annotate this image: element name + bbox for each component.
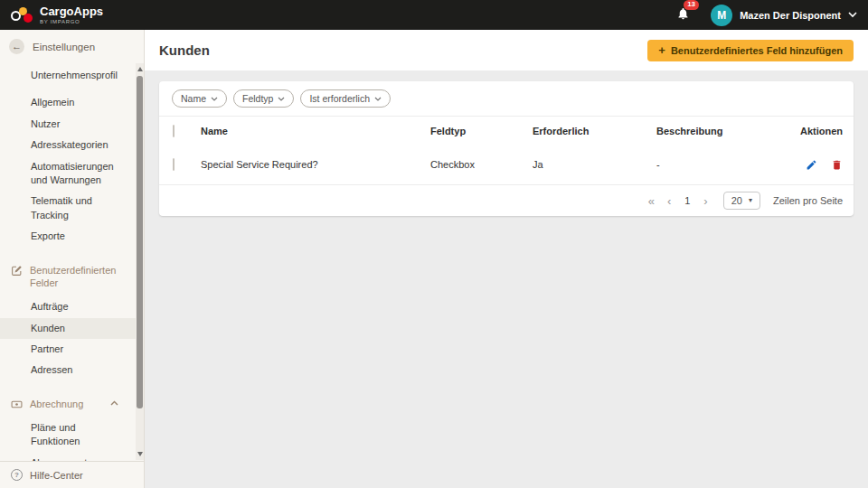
filter-chip-feldtyp[interactable]: Feldtyp xyxy=(233,89,294,108)
cell-name: Special Service Required? xyxy=(201,159,430,170)
help-center-button[interactable]: ? Hilfe-Center xyxy=(0,461,144,488)
sidebar-section-abrechnung[interactable]: Abrechnung xyxy=(0,393,144,415)
cargoapps-logo-icon xyxy=(11,7,33,23)
delete-button[interactable] xyxy=(831,159,843,171)
cell-beschreibung: - xyxy=(656,159,772,170)
sidebar-item-adresskategorien[interactable]: Adresskategorien xyxy=(0,135,144,155)
brand-text: CargoApps by IMPARGO xyxy=(40,5,103,24)
avatar: M xyxy=(711,5,732,26)
settings-back-button[interactable]: ← Einstellungen xyxy=(0,30,144,63)
current-page[interactable]: 1 xyxy=(681,195,693,206)
sidebar-section-custom-fields[interactable]: Benutzerdefinierten Felder xyxy=(0,259,144,295)
column-header-feldtyp: Feldtyp xyxy=(430,126,533,136)
brand[interactable]: CargoApps by IMPARGO xyxy=(11,5,103,24)
chevron-down-icon xyxy=(374,97,382,101)
chevron-down-icon xyxy=(211,97,218,101)
pagination: « ‹ 1 › 20 ▾ Zeilen pro Seite xyxy=(159,185,854,216)
filter-chip-erforderlich[interactable]: Ist erforderlich xyxy=(300,89,391,108)
scrollbar-arrow-down-icon[interactable] xyxy=(137,452,143,456)
sidebar-item-plaene[interactable]: Pläne und Funktionen xyxy=(0,418,144,453)
topbar: CargoApps by IMPARGO 13 M Mazen Der Disp… xyxy=(0,0,868,30)
notifications-button[interactable]: 13 xyxy=(676,6,690,24)
chevron-up-icon xyxy=(110,400,118,406)
sidebar: ← Einstellungen Unternehmensprofil Allge… xyxy=(0,30,145,488)
page-size-select[interactable]: 20 ▾ xyxy=(723,192,760,210)
trash-icon xyxy=(831,159,843,171)
column-header-beschreibung: Beschreibung xyxy=(656,126,772,136)
first-page-button[interactable]: « xyxy=(646,194,657,208)
sidebar-item-adressen[interactable]: Adressen xyxy=(0,360,144,380)
sidebar-item-exporte[interactable]: Exporte xyxy=(0,226,144,247)
sidebar-scrollbar[interactable] xyxy=(136,63,144,460)
topbar-right: 13 M Mazen Der Disponent xyxy=(676,5,857,26)
edit-square-icon xyxy=(11,265,23,277)
billing-icon xyxy=(11,399,23,410)
sidebar-item-automatisierungen[interactable]: Automatisierungen und Warnungen xyxy=(0,156,144,192)
add-custom-field-button[interactable]: + Benutzerdefiniertes Feld hinzufügen xyxy=(647,40,854,61)
brand-name: CargoApps xyxy=(40,5,103,17)
settings-label: Einstellungen xyxy=(33,42,95,52)
page-size-value: 20 xyxy=(731,195,742,206)
logo-circle-red xyxy=(24,14,33,23)
column-header-erforderlich: Erforderlich xyxy=(533,126,656,136)
user-menu[interactable]: M Mazen Der Disponent xyxy=(711,5,857,26)
filter-chip-feldtyp-label: Feldtyp xyxy=(242,93,273,104)
help-icon: ? xyxy=(11,469,23,481)
cell-feldtyp: Checkbox xyxy=(430,159,533,170)
custom-fields-card: Name Feldtyp Ist erforderlich xyxy=(159,81,854,216)
brand-subtitle: by IMPARGO xyxy=(40,19,103,24)
table-row[interactable]: Special Service Required? Checkbox Ja - xyxy=(159,145,854,185)
filter-chip-name-label: Name xyxy=(181,93,206,104)
help-center-label: Hilfe-Center xyxy=(30,470,83,481)
notification-badge: 13 xyxy=(684,0,699,10)
filter-bar: Name Feldtyp Ist erforderlich xyxy=(159,81,854,117)
cell-actions xyxy=(772,159,843,171)
scrollbar-thumb[interactable] xyxy=(137,76,143,408)
row-checkbox[interactable] xyxy=(173,158,175,171)
column-header-name: Name xyxy=(201,126,430,136)
user-name: Mazen Der Disponent xyxy=(740,10,841,21)
chevron-down-icon xyxy=(278,97,285,101)
sidebar-item-partner[interactable]: Partner xyxy=(0,339,144,360)
caret-down-icon: ▾ xyxy=(749,197,752,204)
app-body: ← Einstellungen Unternehmensprofil Allge… xyxy=(0,30,868,488)
page-title: Kunden xyxy=(159,42,210,58)
sidebar-nav: Unternehmensprofil Allgemein Nutzer Adre… xyxy=(0,63,144,461)
edit-button[interactable] xyxy=(806,159,817,171)
cell-erforderlich: Ja xyxy=(533,159,656,170)
app-window: CargoApps by IMPARGO 13 M Mazen Der Disp… xyxy=(0,0,868,488)
sidebar-item-allgemein[interactable]: Allgemein xyxy=(0,92,144,113)
add-custom-field-label: Benutzerdefiniertes Feld hinzufügen xyxy=(671,45,843,56)
column-header-aktionen: Aktionen xyxy=(772,126,843,136)
section-label-custom-fields: Benutzerdefinierten Felder xyxy=(30,264,118,290)
sidebar-item-telematik[interactable]: Telematik und Tracking xyxy=(0,191,144,226)
filter-chip-erforderlich-label: Ist erforderlich xyxy=(309,93,370,104)
filter-chip-name[interactable]: Name xyxy=(172,89,227,108)
sidebar-item-kunden[interactable]: Kunden xyxy=(0,318,144,339)
select-all-checkbox[interactable] xyxy=(173,125,175,137)
prev-page-button[interactable]: ‹ xyxy=(665,194,674,208)
sidebar-item-unternehmensprofil[interactable]: Unternehmensprofil xyxy=(0,65,144,86)
sidebar-item-auftraege[interactable]: Aufträge xyxy=(0,296,144,317)
chevron-down-icon xyxy=(848,12,857,18)
next-page-button[interactable]: › xyxy=(701,194,710,208)
page-header: Kunden + Benutzerdefiniertes Feld hinzuf… xyxy=(145,30,868,70)
section-label-abrechnung: Abrechnung xyxy=(30,398,103,410)
sidebar-item-nutzer[interactable]: Nutzer xyxy=(0,114,144,135)
rows-per-page-label: Zeilen pro Seite xyxy=(773,195,843,206)
pencil-icon xyxy=(806,159,817,171)
content-area: Name Feldtyp Ist erforderlich xyxy=(145,70,868,488)
scrollbar-arrow-up-icon[interactable] xyxy=(137,67,143,71)
table-header-row: Name Feldtyp Erforderlich Beschreibung A… xyxy=(159,117,854,145)
back-arrow-icon: ← xyxy=(9,39,24,54)
plus-icon: + xyxy=(658,44,665,56)
sidebar-item-abonnements[interactable]: Abonnements xyxy=(0,453,144,461)
main-area: Kunden + Benutzerdefiniertes Feld hinzuf… xyxy=(145,30,868,488)
